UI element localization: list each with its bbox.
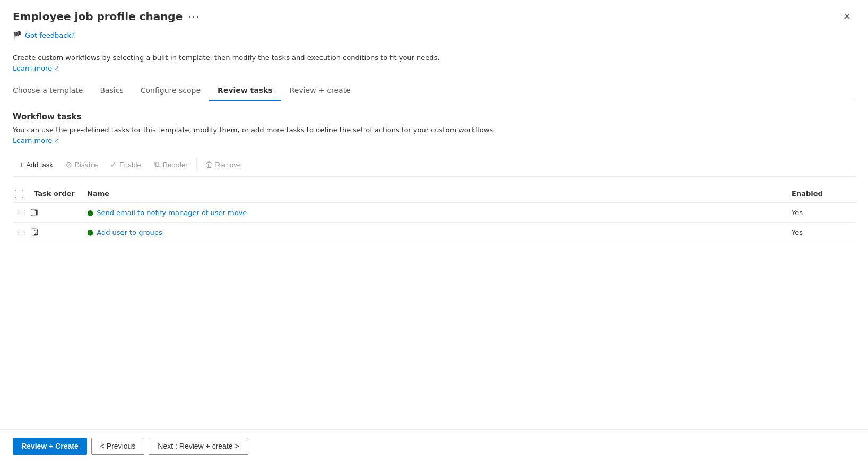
toolbar-divider bbox=[196, 158, 197, 171]
learn-more-text: Learn more bbox=[13, 64, 52, 72]
disable-button[interactable]: ⊘ Disable bbox=[59, 157, 104, 172]
remove-label: Remove bbox=[215, 161, 241, 169]
intro-learn-more-link[interactable]: Learn more ↗ bbox=[13, 64, 59, 72]
tab-review-create[interactable]: Review + create bbox=[281, 81, 359, 101]
row1-order: 1 bbox=[34, 209, 87, 217]
row2-enabled: Yes bbox=[792, 228, 855, 236]
enable-icon: ✓ bbox=[110, 160, 117, 169]
feedback-icon: 🏴 bbox=[13, 31, 22, 39]
next-button[interactable]: Next : Review + create > bbox=[149, 438, 248, 455]
row2-name-link[interactable]: ● Add user to groups bbox=[87, 228, 792, 236]
col-name: Name bbox=[87, 190, 792, 198]
footer: Review + Create < Previous Next : Review… bbox=[0, 430, 868, 462]
workflow-learn-more-link[interactable]: Learn more ↗ bbox=[13, 136, 59, 144]
table-row: ⋮⋮ 2 ● Add user to groups Yes bbox=[13, 223, 855, 242]
select-all-checkbox[interactable] bbox=[15, 190, 23, 198]
tab-basics[interactable]: Basics bbox=[91, 81, 132, 101]
drag-handle-icon: ⋮⋮ bbox=[15, 209, 28, 216]
header-checkbox-cell bbox=[13, 190, 34, 198]
feedback-label: Got feedback? bbox=[25, 31, 75, 39]
disable-icon: ⊘ bbox=[66, 160, 72, 169]
row1-name-cell: ● Send email to notify manager of user m… bbox=[87, 208, 792, 217]
add-task-button[interactable]: + Add task bbox=[13, 157, 59, 172]
row2-handle-checkbox: ⋮⋮ bbox=[13, 228, 34, 236]
reorder-button[interactable]: ⇅ Reorder bbox=[147, 157, 194, 172]
row2-order: 2 bbox=[34, 228, 87, 236]
table-row: ⋮⋮ 1 ● Send email to notify manager of u… bbox=[13, 203, 855, 223]
workflow-learn-more-text: Learn more bbox=[13, 136, 52, 144]
review-create-button[interactable]: Review + Create bbox=[13, 438, 87, 455]
col-enabled: Enabled bbox=[792, 190, 855, 198]
previous-button[interactable]: < Previous bbox=[91, 438, 145, 455]
add-icon: + bbox=[19, 160, 23, 169]
remove-button[interactable]: 🗑 Remove bbox=[199, 157, 247, 172]
row2-status-icon: ● bbox=[87, 228, 93, 236]
page-title: Employee job profile change bbox=[13, 10, 183, 23]
tabs-nav: Choose a template Basics Configure scope… bbox=[13, 81, 855, 101]
page-header: Employee job profile change ··· ✕ bbox=[0, 0, 868, 29]
task-toolbar: + Add task ⊘ Disable ✓ Enable ⇅ Reorder … bbox=[13, 153, 855, 177]
row2-name-text: Add user to groups bbox=[97, 228, 162, 236]
row1-name-link[interactable]: ● Send email to notify manager of user m… bbox=[87, 208, 792, 217]
workflow-external-link-icon: ↗ bbox=[54, 137, 59, 144]
header-title-group: Employee job profile change ··· bbox=[13, 10, 200, 23]
tab-choose-template[interactable]: Choose a template bbox=[13, 81, 91, 101]
row1-enabled: Yes bbox=[792, 209, 855, 217]
enable-label: Enable bbox=[119, 161, 141, 169]
feedback-bar[interactable]: 🏴 Got feedback? bbox=[0, 29, 868, 45]
disable-label: Disable bbox=[75, 161, 98, 169]
row1-status-icon: ● bbox=[87, 208, 93, 217]
intro-description: Create custom workflows by selecting a b… bbox=[13, 54, 855, 62]
table-header-row: Task order Name Enabled bbox=[13, 185, 855, 203]
ellipsis-menu[interactable]: ··· bbox=[188, 11, 200, 22]
add-task-label: Add task bbox=[26, 161, 53, 169]
reorder-label: Reorder bbox=[163, 161, 188, 169]
close-button[interactable]: ✕ bbox=[839, 8, 855, 24]
tasks-table: Task order Name Enabled ⋮⋮ 1 ● Send emai… bbox=[13, 185, 855, 242]
drag-handle-icon: ⋮⋮ bbox=[15, 228, 28, 236]
tab-review-tasks[interactable]: Review tasks bbox=[209, 81, 281, 101]
tab-configure-scope[interactable]: Configure scope bbox=[132, 81, 209, 101]
remove-icon: 🗑 bbox=[205, 160, 213, 169]
row1-handle-checkbox: ⋮⋮ bbox=[13, 208, 34, 217]
reorder-icon: ⇅ bbox=[154, 160, 160, 169]
col-task-order: Task order bbox=[34, 190, 87, 198]
workflow-tasks-description: You can use the pre-defined tasks for th… bbox=[13, 126, 855, 134]
row2-name-cell: ● Add user to groups bbox=[87, 228, 792, 236]
external-link-icon: ↗ bbox=[54, 65, 59, 72]
main-content: Create custom workflows by selecting a b… bbox=[0, 45, 868, 429]
row1-name-text: Send email to notify manager of user mov… bbox=[97, 209, 247, 217]
enable-button[interactable]: ✓ Enable bbox=[104, 157, 147, 172]
workflow-tasks-title: Workflow tasks bbox=[13, 112, 855, 122]
